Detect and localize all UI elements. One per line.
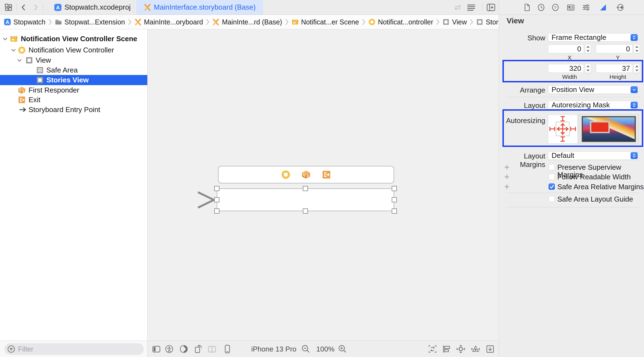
resize-handle-w[interactable]	[214, 197, 219, 202]
device-label[interactable]: iPhone 13 Pro	[251, 341, 296, 357]
disclosure-icon[interactable]	[3, 37, 8, 41]
attributes-inspector-icon[interactable]	[582, 3, 590, 12]
outline-row-view[interactable]: View	[0, 55, 147, 65]
device-icon[interactable]	[223, 344, 232, 354]
disclosure-icon[interactable]	[11, 48, 16, 53]
add-margin-icon[interactable]	[504, 184, 510, 189]
exit-icon[interactable]	[322, 170, 331, 179]
resolve-layout-issues-icon[interactable]	[471, 344, 480, 354]
filter-input[interactable]	[18, 345, 128, 353]
breadcrumb-storyboard[interactable]: MainInte...oryboard	[134, 18, 203, 26]
layout-select[interactable]: Autoresizing Mask	[548, 101, 639, 109]
update-frames-icon[interactable]	[428, 344, 437, 354]
resize-handle-e[interactable]	[392, 197, 397, 202]
code-review-icon[interactable]	[453, 3, 462, 12]
breadcrumb-view-controller[interactable]: Notificat...ontroller	[368, 18, 433, 26]
width-field[interactable]: 320	[548, 64, 584, 73]
tab-overview-icon[interactable]	[4, 3, 13, 12]
accessibility-icon[interactable]	[165, 344, 174, 354]
storyboard-canvas[interactable]	[148, 29, 499, 341]
x-field[interactable]: 0	[548, 44, 584, 53]
inspector-panel: View Show Frame Rectangle 0 0 X Y 320 37…	[499, 0, 644, 357]
pulldown-chevron-icon	[631, 86, 638, 93]
disclosure-icon[interactable]	[17, 58, 22, 63]
breadcrumb-storyboard-base[interactable]: MainInte...rd (Base)	[212, 18, 282, 26]
history-inspector-icon[interactable]	[537, 3, 545, 12]
tab-maininterface-storyboard[interactable]: MainInterface.storyboard (Base)	[136, 0, 263, 15]
height-field[interactable]: 37	[596, 64, 633, 73]
follow-readable-width-checkbox[interactable]	[549, 174, 555, 180]
add-margin-icon[interactable]	[504, 164, 510, 170]
align-icon[interactable]	[442, 344, 451, 354]
hide-outline-icon[interactable]	[152, 344, 161, 354]
breadcrumb-scene[interactable]: Notificat...er Scene	[292, 18, 359, 26]
safe-area-layout-guide-checkbox[interactable]	[549, 196, 555, 202]
autoresizing-control[interactable]	[548, 115, 578, 144]
back-icon[interactable]	[20, 4, 27, 11]
y-stepper[interactable]	[634, 44, 640, 54]
outline-row-entry-point[interactable]: Storyboard Entry Point	[0, 105, 147, 115]
orientation-icon[interactable]	[193, 344, 203, 354]
layout-margins-select[interactable]: Default	[548, 151, 639, 160]
y-field[interactable]: 0	[596, 44, 633, 53]
breadcrumb-label: Stopwatch	[13, 18, 46, 26]
outline-row-view-controller[interactable]: Notification View Controller	[0, 45, 147, 55]
tab-stopwatch-xcodeproj[interactable]: Stopwatch.xcodeproj	[54, 0, 131, 15]
add-constraints-icon[interactable]	[456, 344, 465, 354]
zoom-out-icon[interactable]	[301, 344, 310, 354]
storyboard-entry-arrow[interactable]	[160, 190, 218, 210]
view-controller-icon[interactable]	[281, 170, 290, 179]
width-stepper[interactable]	[585, 64, 591, 73]
quick-help-inspector-icon[interactable]	[551, 3, 560, 12]
follow-readable-width-label: Follow Readable Width	[557, 173, 631, 181]
view-icon	[36, 76, 44, 84]
connections-inspector-icon[interactable]	[616, 3, 624, 12]
autoresizing-springs-struts-icon[interactable]	[548, 115, 577, 143]
size-inspector-icon[interactable]	[599, 3, 607, 12]
outline-label: View	[36, 55, 51, 65]
divider	[499, 15, 644, 15]
safe-area-icon	[36, 66, 44, 74]
divider	[506, 207, 640, 207]
add-margin-icon[interactable]	[504, 174, 510, 180]
breadcrumb-view[interactable]: View	[442, 18, 467, 26]
first-responder-icon[interactable]	[301, 170, 311, 179]
outline-row-first-responder[interactable]: First Responder	[0, 85, 147, 95]
filter-field[interactable]	[4, 343, 144, 355]
outline-row-safe-area[interactable]: Safe Area	[0, 65, 147, 75]
zoom-in-icon[interactable]	[338, 344, 347, 354]
selected-stories-view[interactable]	[217, 188, 394, 211]
resize-handle-ne[interactable]	[392, 186, 397, 191]
outline-row-scene[interactable]: Notification View Controller Scene	[0, 34, 147, 44]
outline-row-exit[interactable]: Exit	[0, 95, 147, 105]
resize-handle-n[interactable]	[303, 186, 308, 191]
breadcrumb-separator-icon	[205, 18, 210, 26]
app-icon	[4, 18, 11, 26]
divider	[43, 4, 43, 11]
show-select[interactable]: Frame Rectangle	[548, 33, 639, 42]
resize-handle-se[interactable]	[392, 208, 397, 214]
split-editor-icon[interactable]	[207, 344, 217, 354]
layout-value: Autoresizing Mask	[552, 101, 610, 109]
forward-icon[interactable]	[32, 4, 39, 11]
app-icon	[54, 4, 62, 11]
identity-inspector-icon[interactable]	[567, 3, 575, 12]
x-stepper[interactable]	[585, 44, 591, 54]
arrange-select[interactable]: Position View	[548, 85, 639, 94]
appearance-icon[interactable]	[179, 344, 188, 354]
safe-area-relative-margins-checkbox[interactable]	[549, 183, 555, 190]
scene-dock[interactable]	[218, 166, 394, 183]
embed-in-icon[interactable]	[485, 344, 495, 354]
file-inspector-icon[interactable]	[523, 3, 531, 12]
breadcrumb-project[interactable]: Stopwatch	[4, 18, 46, 26]
outline-row-stories-view[interactable]: Stories View	[0, 75, 147, 85]
resize-handle-nw[interactable]	[214, 186, 219, 191]
add-editor-icon[interactable]	[486, 3, 496, 12]
editor-options-icon[interactable]	[467, 3, 476, 12]
zoom-level[interactable]: 100%	[316, 341, 335, 357]
resize-handle-s[interactable]	[303, 208, 308, 214]
height-stepper[interactable]	[634, 64, 640, 73]
breadcrumb-group[interactable]: Stopwat...Extension	[55, 18, 125, 26]
resize-handle-sw[interactable]	[214, 208, 219, 214]
preserve-superview-margins-checkbox[interactable]	[549, 164, 555, 170]
